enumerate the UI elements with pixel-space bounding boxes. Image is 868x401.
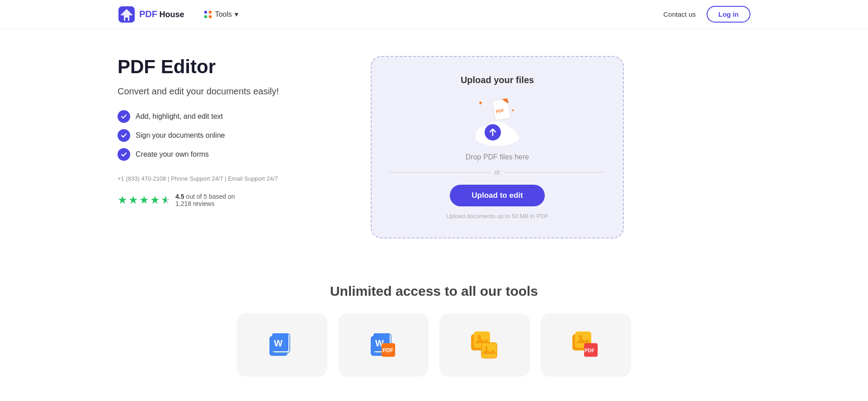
svg-text:PDF: PDF	[585, 348, 594, 353]
svg-point-43	[579, 335, 582, 339]
tool-icon-4: PDF	[571, 331, 600, 359]
logo-text-block: PDF House	[139, 9, 184, 19]
svg-rect-3	[125, 18, 128, 21]
tool-card-2[interactable]: W PDF	[338, 313, 429, 377]
logo-link[interactable]: PDF House	[118, 5, 184, 23]
tool-card-1[interactable]: W	[237, 313, 327, 377]
tools-label: Tools	[215, 10, 231, 19]
tools-arrow: ▾	[235, 10, 238, 19]
upload-card: Upload your files	[371, 56, 624, 238]
or-line-right	[505, 172, 605, 173]
upload-to-edit-button[interactable]: Upload to edit	[450, 185, 544, 206]
check-icon-1	[118, 110, 130, 123]
svg-rect-6	[204, 15, 207, 18]
rating-text: 4.5 out of 5 based on 1,218 reviews	[175, 193, 235, 207]
or-line-left	[390, 172, 490, 173]
feature-item-2: Sign your documents online	[118, 129, 335, 142]
tools-menu[interactable]: Tools ▾	[198, 6, 243, 22]
svg-rect-7	[209, 15, 212, 18]
nav-right: Contact us Log in	[663, 6, 750, 23]
star-2: ★	[128, 194, 138, 206]
tool-icon-1: W	[268, 331, 297, 359]
upload-card-wrapper: Upload your files	[371, 56, 624, 238]
star-3: ★	[139, 194, 149, 206]
svg-text:W: W	[274, 338, 283, 348]
feature-label-3: Create your own forms	[136, 150, 209, 159]
svg-rect-4	[204, 11, 207, 14]
svg-text:PDF: PDF	[382, 347, 393, 354]
login-button[interactable]: Log in	[707, 6, 750, 23]
upload-title: Upload your files	[461, 75, 534, 85]
checkmark-icon-2	[121, 132, 127, 139]
navbar: PDF House Tools ▾ Contact us Log in	[0, 0, 868, 29]
svg-text:✦: ✦	[478, 99, 483, 107]
star-rating: ★ ★ ★ ★ ★ ★	[118, 194, 171, 206]
upload-note: Upload documents up to 50 MB in PDF	[446, 213, 548, 219]
or-text: or	[495, 168, 500, 176]
or-divider: or	[390, 168, 605, 176]
tool-icon-3	[470, 331, 499, 359]
star-1: ★	[118, 194, 127, 206]
page-title: PDF Editor	[118, 56, 335, 78]
rating-reviews: 1,218 reviews	[175, 200, 214, 207]
svg-rect-5	[209, 11, 212, 14]
logo-pdf: PDF	[139, 9, 157, 19]
tools-grid: W W PDF	[118, 313, 750, 377]
check-icon-2	[118, 129, 130, 142]
check-icon-3	[118, 148, 130, 161]
hero-left: PDF Editor Convert and edit your documen…	[118, 56, 335, 207]
bottom-section: Unlimited access to all our tools W W	[0, 266, 868, 386]
star-5: ★ ★	[161, 194, 171, 206]
tool-card-4[interactable]: PDF	[541, 313, 631, 377]
feature-label-2: Sign your documents online	[136, 131, 225, 140]
svg-point-34	[477, 335, 481, 339]
rating-row: ★ ★ ★ ★ ★ ★ 4.5 out of 5 based on 1,218 …	[118, 193, 335, 207]
svg-text:✦: ✦	[506, 100, 509, 104]
rating-score: 4.5	[175, 193, 184, 200]
checkmark-icon	[121, 113, 127, 120]
drop-text: Drop PDF files here	[466, 153, 529, 161]
bottom-title: Unlimited access to all our tools	[118, 284, 750, 299]
logo-icon	[118, 5, 136, 23]
upload-svg: PDF ✦ ✦ ✦	[472, 96, 522, 146]
tool-card-3[interactable]	[439, 313, 530, 377]
support-info: +1 (833) 470-2108 | Phone Support 24/7 |…	[118, 175, 335, 182]
feature-label-1: Add, highlight, and edit text	[136, 112, 223, 121]
star-4: ★	[150, 194, 160, 206]
tool-icon-2: W PDF	[369, 331, 398, 359]
feature-list: Add, highlight, and edit text Sign your …	[118, 110, 335, 161]
upload-illustration: PDF ✦ ✦ ✦	[468, 96, 527, 146]
svg-text:✦: ✦	[511, 108, 514, 113]
hero-subtitle: Convert and edit your documents easily!	[118, 85, 335, 98]
grid-icon	[204, 10, 212, 19]
svg-rect-37	[482, 343, 496, 358]
feature-item-3: Create your own forms	[118, 148, 335, 161]
feature-item-1: Add, highlight, and edit text	[118, 110, 335, 123]
contact-link[interactable]: Contact us	[663, 10, 696, 18]
logo-house: House	[159, 10, 184, 19]
rating-out-of: out of 5 based on	[186, 193, 235, 200]
hero-section: PDF Editor Convert and edit your documen…	[0, 29, 868, 266]
checkmark-icon-3	[121, 151, 127, 158]
